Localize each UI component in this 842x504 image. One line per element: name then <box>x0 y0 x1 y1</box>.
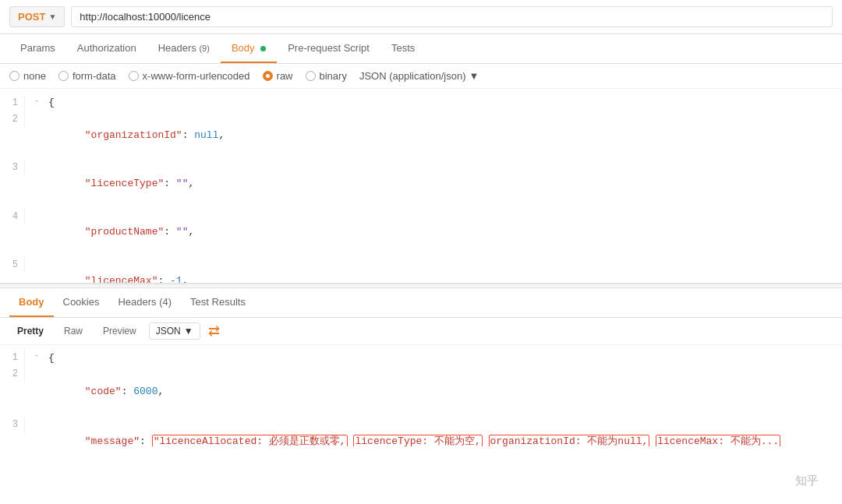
url-bar: POST ▼ <box>0 0 842 34</box>
format-pretty[interactable]: Pretty <box>9 322 51 340</box>
resp-tab-test-results[interactable]: Test Results <box>181 288 255 317</box>
radio-form-data <box>58 71 69 81</box>
watermark: 知乎 <box>795 474 819 488</box>
radio-raw <box>263 71 273 81</box>
format-json-select[interactable]: JSON ▼ <box>149 322 200 340</box>
body-options: none form-data x-www-form-urlencoded raw… <box>0 64 842 89</box>
request-body-editor[interactable]: 1 - { 2 "organizationId": null, 3 "licen… <box>0 89 842 284</box>
resp-tab-body[interactable]: Body <box>9 288 54 317</box>
json-select-arrow: ▼ <box>469 70 479 82</box>
code-line-1: 1 - { <box>0 95 842 111</box>
method-arrow: ▼ <box>48 12 56 21</box>
method-label: POST <box>18 11 45 23</box>
radio-binary <box>306 71 316 81</box>
option-none[interactable]: none <box>9 70 46 82</box>
resp-line-3: 3 "message": "licenceAllocated: 必须是正数或零,… <box>0 417 842 446</box>
wrap-icon[interactable]: ⇄ <box>208 322 220 340</box>
code-line-3: 3 "licenceType": "", <box>0 160 842 208</box>
tab-body[interactable]: Body <box>221 34 277 63</box>
format-json-arrow: ▼ <box>184 326 193 337</box>
tab-tests[interactable]: Tests <box>380 34 426 63</box>
error-licence-max: licenceMax: 不能为... <box>656 435 780 446</box>
headers-badge: (9) <box>199 44 209 53</box>
tab-authorization[interactable]: Authorization <box>66 34 147 63</box>
response-body-editor: 1 - { 2 "code": 6000, 3 "message": "lice… <box>0 345 842 446</box>
body-dot <box>260 46 266 51</box>
url-input[interactable] <box>71 6 833 27</box>
format-raw[interactable]: Raw <box>56 322 90 340</box>
option-x-www[interactable]: x-www-form-urlencoded <box>129 70 250 82</box>
code-line-5: 5 "licenceMax": -1, <box>0 257 842 284</box>
error-org-id: organizationId: 不能为null, <box>489 435 650 446</box>
response-tabs: Body Cookies Headers (4) Test Results <box>0 288 842 318</box>
request-tabs: Params Authorization Headers (9) Body Pr… <box>0 34 842 64</box>
code-line-4: 4 "productName": "", <box>0 209 842 257</box>
tab-pre-request[interactable]: Pre-request Script <box>277 34 380 63</box>
error-licence-type: licenceType: 不能为空, <box>353 435 482 446</box>
option-form-data[interactable]: form-data <box>58 70 116 82</box>
tab-headers[interactable]: Headers (9) <box>147 34 221 63</box>
resp-tab-cookies[interactable]: Cookies <box>54 288 109 317</box>
response-format-row: Pretty Raw Preview JSON ▼ ⇄ <box>0 318 842 345</box>
json-type-select[interactable]: JSON (application/json) ▼ <box>359 70 479 82</box>
format-json-label: JSON <box>156 326 181 337</box>
radio-x-www <box>129 71 139 81</box>
resp-line-2: 2 "code": 6000, <box>0 366 842 416</box>
option-binary[interactable]: binary <box>306 70 347 82</box>
code-line-2: 2 "organizationId": null, <box>0 111 842 160</box>
tab-params[interactable]: Params <box>9 34 66 63</box>
option-raw[interactable]: raw <box>263 70 293 82</box>
radio-none <box>9 71 19 81</box>
resp-tab-headers[interactable]: Headers (4) <box>108 288 181 317</box>
method-select[interactable]: POST ▼ <box>9 6 65 27</box>
error-message: "licenceAllocated: 必须是正数或零, <box>152 435 348 446</box>
format-preview[interactable]: Preview <box>95 322 144 340</box>
resp-line-1: 1 - { <box>0 350 842 366</box>
